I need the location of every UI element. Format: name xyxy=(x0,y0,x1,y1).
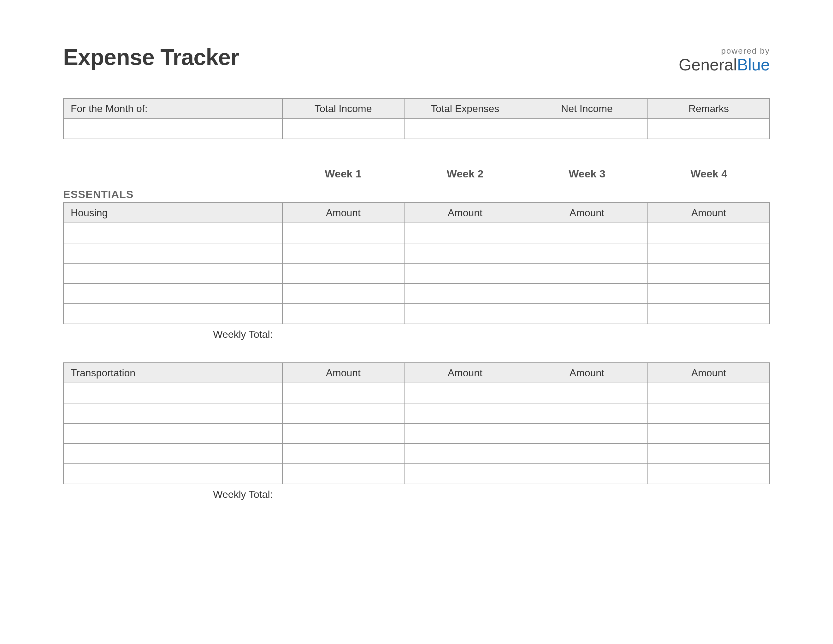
cell-amount[interactable] xyxy=(648,464,770,484)
net-income-value[interactable] xyxy=(526,119,648,139)
cell-amount[interactable] xyxy=(282,223,404,243)
cell-amount[interactable] xyxy=(648,283,770,304)
cell-amount[interactable] xyxy=(404,304,526,324)
week-headers: Week 1 Week 2 Week 3 Week 4 xyxy=(63,167,770,180)
cell-amount[interactable] xyxy=(648,423,770,444)
cell-desc[interactable] xyxy=(63,283,282,304)
cell-amount[interactable] xyxy=(648,444,770,464)
table-row xyxy=(63,423,770,444)
table-row xyxy=(63,383,770,403)
cell-amount[interactable] xyxy=(404,383,526,403)
week-4-header: Week 4 xyxy=(648,167,770,180)
total-income-label: Total Income xyxy=(282,98,404,119)
housing-weekly-total-label: Weekly Total: xyxy=(63,324,282,340)
table-row xyxy=(63,304,770,324)
cell-amount[interactable] xyxy=(648,263,770,283)
cell-amount[interactable] xyxy=(282,383,404,403)
cell-amount[interactable] xyxy=(404,403,526,423)
week-3-header: Week 3 xyxy=(526,167,648,180)
summary-table: For the Month of: Total Income Total Exp… xyxy=(63,98,770,139)
housing-label: Housing xyxy=(63,203,282,223)
week-2-header: Week 2 xyxy=(404,167,526,180)
cell-amount[interactable] xyxy=(282,423,404,444)
cell-amount[interactable] xyxy=(648,403,770,423)
cell-amount[interactable] xyxy=(404,464,526,484)
cell-amount[interactable] xyxy=(526,444,648,464)
week-1-header: Week 1 xyxy=(282,167,404,180)
cell-amount[interactable] xyxy=(282,263,404,283)
table-row xyxy=(63,444,770,464)
cell-amount[interactable] xyxy=(526,464,648,484)
month-label: For the Month of: xyxy=(63,98,282,119)
amount-label: Amount xyxy=(526,363,648,383)
category-housing: Housing Amount Amount Amount Amount Week… xyxy=(63,202,770,340)
category-transportation: Transportation Amount Amount Amount Amou… xyxy=(63,362,770,501)
housing-header-row: Housing Amount Amount Amount Amount xyxy=(63,203,770,223)
amount-label: Amount xyxy=(404,203,526,223)
cell-amount[interactable] xyxy=(526,283,648,304)
net-income-label: Net Income xyxy=(526,98,648,119)
cell-amount[interactable] xyxy=(526,423,648,444)
total-expenses-value[interactable] xyxy=(404,119,526,139)
cell-amount[interactable] xyxy=(404,444,526,464)
amount-label: Amount xyxy=(282,203,404,223)
cell-amount[interactable] xyxy=(526,403,648,423)
cell-amount[interactable] xyxy=(282,243,404,263)
transportation-header-row: Transportation Amount Amount Amount Amou… xyxy=(63,363,770,383)
transportation-weekly-total-label: Weekly Total: xyxy=(63,484,282,501)
cell-amount[interactable] xyxy=(282,304,404,324)
brand-powered-by: powered by xyxy=(679,46,770,56)
cell-amount[interactable] xyxy=(648,223,770,243)
section-essentials-label: ESSENTIALS xyxy=(63,188,770,200)
transportation-label: Transportation xyxy=(63,363,282,383)
summary-value-row xyxy=(63,119,770,139)
table-row xyxy=(63,263,770,283)
amount-label: Amount xyxy=(526,203,648,223)
cell-amount[interactable] xyxy=(648,383,770,403)
amount-label: Amount xyxy=(648,203,770,223)
total-expenses-label: Total Expenses xyxy=(404,98,526,119)
cell-amount[interactable] xyxy=(404,283,526,304)
cell-amount[interactable] xyxy=(282,283,404,304)
cell-desc[interactable] xyxy=(63,243,282,263)
cell-amount[interactable] xyxy=(648,304,770,324)
cell-amount[interactable] xyxy=(526,243,648,263)
cell-amount[interactable] xyxy=(526,263,648,283)
cell-desc[interactable] xyxy=(63,464,282,484)
total-income-value[interactable] xyxy=(282,119,404,139)
cell-amount[interactable] xyxy=(526,304,648,324)
table-row xyxy=(63,223,770,243)
brand-blue: Blue xyxy=(737,56,770,74)
cell-amount[interactable] xyxy=(404,423,526,444)
amount-label: Amount xyxy=(648,363,770,383)
cell-amount[interactable] xyxy=(404,223,526,243)
remarks-value[interactable] xyxy=(648,119,770,139)
cell-amount[interactable] xyxy=(404,243,526,263)
amount-label: Amount xyxy=(404,363,526,383)
table-row xyxy=(63,403,770,423)
brand-general: General xyxy=(679,56,737,74)
cell-desc[interactable] xyxy=(63,383,282,403)
housing-table: Housing Amount Amount Amount Amount xyxy=(63,202,770,324)
cell-desc[interactable] xyxy=(63,263,282,283)
cell-amount[interactable] xyxy=(282,464,404,484)
cell-amount[interactable] xyxy=(526,383,648,403)
cell-amount[interactable] xyxy=(282,403,404,423)
table-row xyxy=(63,243,770,263)
transportation-table: Transportation Amount Amount Amount Amou… xyxy=(63,362,770,484)
brand-name: GeneralBlue xyxy=(679,56,770,73)
cell-desc[interactable] xyxy=(63,403,282,423)
brand-logo: powered by GeneralBlue xyxy=(679,44,770,73)
cell-amount[interactable] xyxy=(648,243,770,263)
table-row xyxy=(63,283,770,304)
week-header-spacer xyxy=(63,167,282,180)
cell-desc[interactable] xyxy=(63,444,282,464)
remarks-label: Remarks xyxy=(648,98,770,119)
cell-desc[interactable] xyxy=(63,223,282,243)
cell-desc[interactable] xyxy=(63,423,282,444)
cell-amount[interactable] xyxy=(526,223,648,243)
cell-amount[interactable] xyxy=(282,444,404,464)
cell-amount[interactable] xyxy=(404,263,526,283)
month-value[interactable] xyxy=(63,119,282,139)
cell-desc[interactable] xyxy=(63,304,282,324)
